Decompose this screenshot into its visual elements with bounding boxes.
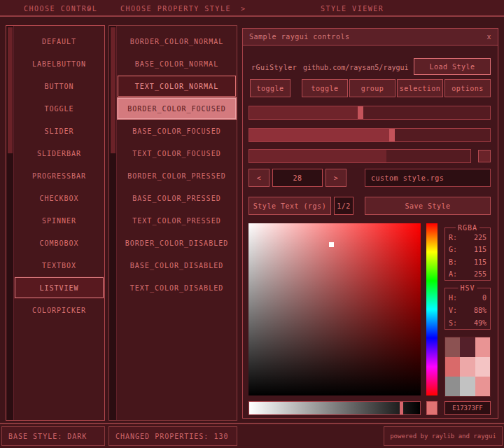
control-list-item[interactable]: PROGRESSBAR xyxy=(14,164,104,187)
color-picker-cursor[interactable] xyxy=(329,242,334,247)
rgba-row: R: 225 xyxy=(449,234,486,241)
property-list-item[interactable]: BORDER_COLOR_NORMAL xyxy=(117,30,237,52)
window-title: Sample raygui controls xyxy=(249,33,349,41)
hsv-value: 0 xyxy=(482,294,486,302)
palette-swatch[interactable] xyxy=(460,337,475,357)
hex-color-value[interactable]: E17373FF xyxy=(444,401,491,415)
style-text-button[interactable]: Style Text (rgs) xyxy=(248,197,331,215)
hsv-value: 49% xyxy=(474,319,486,327)
load-style-button[interactable]: Load Style xyxy=(414,58,491,75)
control-list-item[interactable]: CHECKBOX xyxy=(14,187,104,209)
control-list-item[interactable]: SLIDER xyxy=(14,120,104,142)
close-icon[interactable]: x xyxy=(486,33,491,41)
hsv-value: 88% xyxy=(474,307,486,314)
palette-swatch[interactable] xyxy=(475,337,490,357)
property-list-item[interactable]: BORDER_COLOR_PRESSED xyxy=(117,164,237,187)
property-list-item-selected[interactable]: BORDER_COLOR_FOCUSED xyxy=(117,97,237,120)
property-list-item[interactable]: TEXT_COLOR_PRESSED xyxy=(117,209,237,232)
control-list-item-selected[interactable]: LISTVIEW xyxy=(14,276,104,299)
control-list-item[interactable]: TOGGLE xyxy=(14,97,104,120)
property-list-item[interactable]: BASE_COLOR_DISABLED xyxy=(117,254,237,276)
property-list-item[interactable]: BORDER_COLOR_DISABLED xyxy=(117,232,237,254)
rgba-title: RGBA xyxy=(456,224,479,232)
controls-list-panel: DEFAULT LABELBUTTON BUTTON TOGGLE SLIDER… xyxy=(6,25,105,421)
scrollbar-thumb[interactable] xyxy=(111,27,115,153)
property-list-item-focused[interactable]: TEXT_COLOR_NORMAL xyxy=(117,75,237,97)
spinner-decrement-button[interactable]: < xyxy=(248,169,270,187)
control-list-item[interactable]: LABELBUTTON xyxy=(14,52,104,75)
hsv-rows: H: 0 V: 88% S: 49% xyxy=(449,294,486,327)
property-list-item[interactable]: TEXT_COLOR_DISABLED xyxy=(117,276,237,299)
chevron-right-icon: > xyxy=(87,5,92,13)
slider-control[interactable] xyxy=(248,106,491,120)
spinner-value[interactable]: 28 xyxy=(272,169,323,187)
sliderbar-fill xyxy=(249,129,393,141)
header-bar: CHOOSE CONTROL > CHOOSE PROPERTY STYLE >… xyxy=(0,0,504,17)
rgba-value: 255 xyxy=(474,270,486,278)
status-bar: BASE STYLE: DARK CHANGED PROPERTIES: 130… xyxy=(0,423,504,448)
palette-swatch[interactable] xyxy=(445,337,460,357)
control-list-item[interactable]: SPINNER xyxy=(14,209,104,232)
gradient-handle[interactable] xyxy=(400,402,403,414)
property-list-item[interactable]: BASE_COLOR_NORMAL xyxy=(117,52,237,75)
toggle-group-item[interactable]: toggle xyxy=(302,79,348,97)
status-base-style: BASE STYLE: DARK xyxy=(1,426,105,446)
rgba-value: 115 xyxy=(474,246,486,253)
value-gradient-bar[interactable] xyxy=(248,401,421,415)
rgba-label: R: xyxy=(449,234,457,241)
properties-list-panel: BORDER_COLOR_NORMAL BASE_COLOR_NORMAL TE… xyxy=(108,25,237,421)
rgba-row: G: 115 xyxy=(449,246,486,253)
toggle-group-item[interactable]: selection xyxy=(397,79,443,97)
control-list-item[interactable]: TEXTBOX xyxy=(14,254,104,276)
hsv-label: V: xyxy=(449,307,457,314)
rgba-groupbox: RGBA R: 225 G: 115 B: 115 A: 255 xyxy=(444,227,491,281)
window-titlebar[interactable]: Sample raygui controls x xyxy=(243,29,498,46)
status-powered-by: powered by raylib and raygui xyxy=(384,426,503,446)
header-style-viewer: STYLE VIEWER xyxy=(321,5,384,13)
palette-swatch[interactable] xyxy=(445,357,460,377)
property-list-item[interactable]: TEXT_COLOR_FOCUSED xyxy=(117,142,237,164)
hue-slider[interactable] xyxy=(426,223,438,396)
controls-list: DEFAULT LABELBUTTON BUTTON TOGGLE SLIDER… xyxy=(14,30,104,321)
current-color-swatch xyxy=(426,401,438,415)
hsv-label: S: xyxy=(449,319,457,327)
hsv-label: H: xyxy=(449,294,457,302)
sliderbar-handle[interactable] xyxy=(389,129,395,141)
palette-swatch[interactable] xyxy=(475,377,490,396)
property-list-item[interactable]: BASE_COLOR_FOCUSED xyxy=(117,120,237,142)
controls-scrollbar[interactable] xyxy=(6,26,14,420)
color-saturation-value-picker[interactable] xyxy=(248,223,421,396)
properties-list: BORDER_COLOR_NORMAL BASE_COLOR_NORMAL TE… xyxy=(117,30,237,299)
page-indicator: 1/2 xyxy=(334,197,354,215)
toggle-group-item[interactable]: options xyxy=(444,79,491,97)
filename-input[interactable] xyxy=(365,169,491,187)
rgba-rows: R: 225 G: 115 B: 115 A: 255 xyxy=(449,234,486,278)
toggle-button[interactable]: toggle xyxy=(250,79,290,97)
checkbox-control[interactable] xyxy=(478,150,491,162)
control-list-item[interactable]: BUTTON xyxy=(14,75,104,97)
control-list-item[interactable]: SLIDERBAR xyxy=(14,142,104,164)
palette-swatch[interactable] xyxy=(475,357,490,377)
rgba-row: A: 255 xyxy=(449,270,486,278)
scrollbar-thumb[interactable] xyxy=(8,27,13,153)
palette-swatch[interactable] xyxy=(445,377,460,396)
control-list-item[interactable]: COMBOBOX xyxy=(14,232,104,254)
header-choose-property-style: CHOOSE PROPERTY STYLE xyxy=(120,5,231,13)
slider-handle[interactable] xyxy=(358,106,363,119)
chevron-right-icon: > xyxy=(241,5,246,13)
hsv-row: H: 0 xyxy=(449,294,486,302)
properties-scrollbar[interactable] xyxy=(109,26,117,420)
rgba-row: B: 115 xyxy=(449,258,486,266)
hsv-row: S: 49% xyxy=(449,319,486,327)
control-list-item[interactable]: DEFAULT xyxy=(14,30,104,52)
palette-swatch[interactable] xyxy=(460,377,475,396)
sliderbar-control[interactable] xyxy=(248,128,491,142)
toggle-group-item[interactable]: group xyxy=(349,79,396,97)
save-style-button[interactable]: Save Style xyxy=(365,197,491,215)
hsv-title: HSV xyxy=(458,284,477,292)
spinner-increment-button[interactable]: > xyxy=(326,169,346,187)
progressbar-control[interactable] xyxy=(248,149,471,163)
property-list-item[interactable]: BASE_COLOR_PRESSED xyxy=(117,187,237,209)
palette-swatch[interactable] xyxy=(460,357,475,377)
control-list-item[interactable]: COLORPICKER xyxy=(14,299,104,321)
